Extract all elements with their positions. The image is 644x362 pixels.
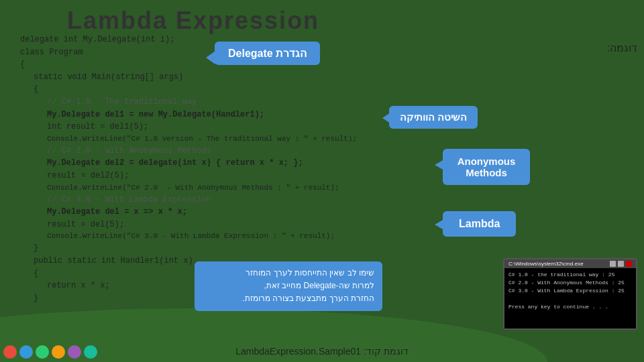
dugma-label: דוגמה:	[607, 42, 637, 54]
code-line-8: Console.WriteLine("C# 1.0 version - The …	[20, 133, 443, 145]
code-line-5: // C# 1.0 - The traditional way	[20, 96, 443, 109]
minimize-icon[interactable]	[610, 261, 616, 267]
maximize-icon[interactable]	[618, 261, 624, 267]
code-line-7: int result = del1(5);	[20, 121, 443, 133]
footer-text: דוגמת קוד: LambdaExpression.Sample01	[235, 346, 408, 357]
code-line-1: class Program	[20, 46, 443, 59]
console-line-1: C# 2.0 - With Anonymous Methods : 25	[508, 279, 632, 287]
deco-circles	[3, 345, 97, 359]
code-line-15: result = del(5);	[20, 219, 443, 231]
deco-circle-4	[52, 345, 65, 359]
code-line-17: }	[20, 242, 443, 255]
page-title: Lambda Expression	[67, 7, 319, 35]
code-line-6: My.Delegate del1 = new My.Delegate(Handl…	[20, 109, 443, 121]
console-line-3	[508, 295, 632, 303]
code-line-14: My.Delegate del = x => x * x;	[20, 206, 443, 219]
deco-circle-5	[68, 345, 81, 359]
code-line-13: // C# 3.0 - With Lambda Expression	[20, 194, 443, 206]
code-line-12: Console.WriteLine("C# 2.0 - With Anonymo…	[20, 182, 443, 194]
console-line-0: C# 1.0 - the traditional way : 25	[508, 271, 632, 279]
code-line-4: {	[20, 83, 443, 96]
lambda-arrow	[435, 219, 444, 230]
old-method-arrow	[382, 113, 390, 123]
handler-text: שימו לב שאין התייחסות לערך המוחזרלמרות ש…	[242, 268, 374, 303]
code-line-2: {	[20, 58, 443, 71]
footer-filename: LambdaExpression.Sample01	[235, 346, 361, 357]
console-titlebar: C:\Windows\system32\cmd.exe	[504, 259, 636, 268]
anon-methods-arrow	[435, 160, 444, 170]
code-line-11: result = del2(5);	[20, 170, 443, 182]
code-line-3: static void Main(string[] args)	[20, 71, 443, 84]
code-line-9: // C# 2.0 - With Anonymous Methods	[20, 145, 443, 158]
console-window: C:\Windows\system32\cmd.exe C# 1.0 - the…	[503, 258, 637, 330]
handler-explanation-bubble: שימו לב שאין התייחסות לערך המוחזרלמרות ש…	[195, 261, 382, 311]
code-line-10: My.Delegate del2 = delegate(int x) { ret…	[20, 157, 443, 170]
console-body: C# 1.0 - the traditional way : 25 C# 2.0…	[504, 268, 636, 328]
console-controls	[610, 261, 632, 267]
code-line-0: delegate int My.Delegate(int i);	[20, 34, 443, 46]
anon-methods-line2: Methods	[466, 167, 507, 178]
deco-circle-2	[19, 345, 33, 359]
code-line-16: Console.WriteLine("C# 3.0 - With Lambda …	[20, 231, 443, 242]
deco-circle-1	[3, 345, 17, 359]
console-line-2: C# 3.0 - With Lambda Expression : 25	[508, 287, 632, 295]
close-icon[interactable]	[626, 261, 632, 267]
old-method-bubble: השיטה הוותיקה	[389, 106, 478, 129]
console-line-4: Press any key to continue . . .	[508, 303, 632, 311]
deco-circle-3	[36, 345, 49, 359]
footer-code-label: דוגמת קוד:	[364, 346, 409, 357]
deco-circle-6	[84, 345, 97, 359]
console-title: C:\Windows\system32\cmd.exe	[508, 261, 610, 267]
anon-methods-bubble: Anonymous Methods	[443, 149, 530, 185]
anon-methods-line1: Anonymous	[458, 156, 516, 167]
lambda-bubble: Lambda	[443, 211, 516, 237]
